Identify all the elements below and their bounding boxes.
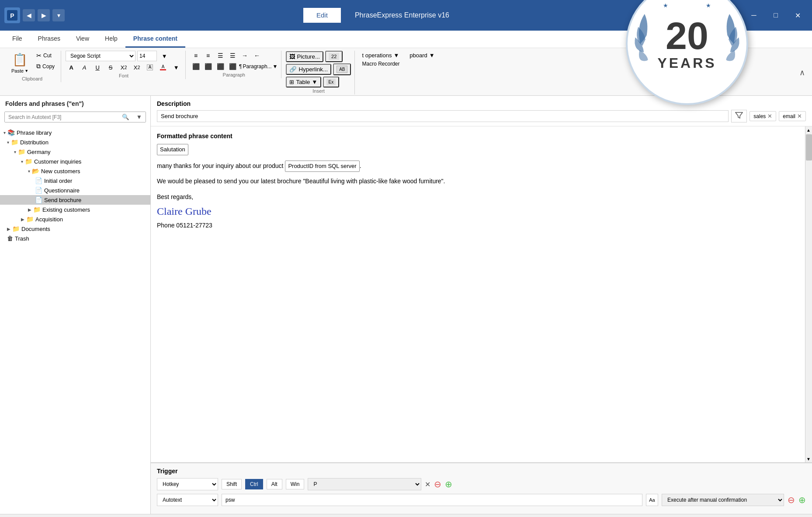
tree-item-customer-inquiries[interactable]: ▾ 📁 Customer inquiries xyxy=(0,157,150,166)
picture-button[interactable]: 🖼 Picture... xyxy=(286,51,323,62)
clipboard-label: Clipboard xyxy=(7,75,57,82)
font-color-button[interactable]: A xyxy=(157,63,169,72)
clipboard2-arrow: ▼ xyxy=(429,52,435,59)
scroll-up-button[interactable]: ▲ xyxy=(805,126,812,133)
scroll-down-button[interactable]: ▼ xyxy=(805,455,812,462)
para-row-1: ≡ ≡ ☰ ☰ → ← xyxy=(190,51,278,60)
tab-phrases[interactable]: Phrases xyxy=(30,31,68,48)
strikethrough-button[interactable]: S xyxy=(105,63,116,72)
ctrl-key[interactable]: Ctrl xyxy=(245,479,263,489)
left-panel: Folders and phrases ("en") 🔍 ▼ ▾ 📚 Phras… xyxy=(0,96,151,514)
back-button[interactable]: ◀ xyxy=(23,9,35,21)
tree-item-new-customers[interactable]: ▾ 📂 New customers xyxy=(0,166,150,176)
hotkey-key-select[interactable]: P xyxy=(308,478,421,490)
paste-button[interactable]: 📋 Paste ▼ xyxy=(7,51,33,75)
signature: Claire Grube xyxy=(157,204,212,219)
tree-item-trash[interactable]: 🗑 Trash xyxy=(0,234,150,243)
tag-sales-remove[interactable]: ✕ xyxy=(767,113,772,119)
alt-key[interactable]: Alt xyxy=(267,479,282,489)
phone: Phone 05121-27723 xyxy=(157,222,212,229)
tree-item-distribution[interactable]: ▾ 📁 Distribution xyxy=(0,137,150,147)
paste-label: Paste xyxy=(11,68,24,73)
indent-more-btn[interactable]: → xyxy=(239,51,250,60)
bold-button[interactable]: A xyxy=(66,63,77,72)
search-button[interactable]: 🔍 xyxy=(118,112,133,122)
list-btn[interactable]: ☰ xyxy=(215,51,226,60)
label-documents: Documents xyxy=(21,226,50,232)
win-key[interactable]: Win xyxy=(286,479,305,489)
align-left-btn[interactable]: ≡ xyxy=(190,51,201,60)
search-input[interactable] xyxy=(5,112,118,122)
icon-acquisition: 📁 xyxy=(26,216,34,223)
autotext-type-select[interactable]: Autotext xyxy=(157,494,218,506)
tree-item-germany[interactable]: ▾ 📁 Germany xyxy=(0,147,150,157)
trigger1-remove[interactable]: ⊖ xyxy=(434,479,441,489)
scroll-thumb[interactable] xyxy=(806,134,812,161)
trigger2-add[interactable]: ⊕ xyxy=(798,495,806,505)
paragraph-btn[interactable]: ¶ Paragraph... ▼ xyxy=(239,62,278,71)
indent-less-btn[interactable]: ← xyxy=(251,51,263,60)
tag-email-remove[interactable]: ✕ xyxy=(797,113,802,119)
match-case-button[interactable]: Aa xyxy=(646,494,658,506)
hyperlink-button[interactable]: 🔗 Hyperlink... xyxy=(286,64,331,75)
paragraph-label: Paragraph xyxy=(190,71,278,78)
tree-item-questionnaire[interactable]: 📄 Questionnaire xyxy=(0,185,150,195)
italic-button[interactable]: A xyxy=(79,63,90,72)
execute-select[interactable]: Execute after manual confirmation xyxy=(662,494,784,506)
font-name-select[interactable]: Segoe Script xyxy=(66,51,135,61)
autotext-input[interactable] xyxy=(222,494,642,506)
table-button[interactable]: ⊞ Table ▼ xyxy=(286,77,321,87)
extra2-button[interactable]: AB xyxy=(333,63,351,75)
tab-file[interactable]: File xyxy=(4,31,30,48)
font-size-dropdown[interactable]: ▼ xyxy=(159,51,170,61)
text-operations-button[interactable]: t operations ▼ xyxy=(359,51,402,60)
paragraph-icon: ¶ xyxy=(239,63,242,70)
clipboard2-button[interactable]: pboard ▼ xyxy=(407,51,437,60)
search-dropdown-button[interactable]: ▼ xyxy=(133,112,146,122)
tab-view[interactable]: View xyxy=(68,31,97,48)
extra-button[interactable]: 22 xyxy=(325,51,343,62)
align-center-btn[interactable]: ≡ xyxy=(202,51,214,60)
tree-item-initial-order[interactable]: 📄 Initial order xyxy=(0,176,150,185)
edit-tab[interactable]: Edit xyxy=(303,8,341,23)
maximize-button[interactable]: □ xyxy=(766,8,786,22)
history-button[interactable]: ▾ xyxy=(52,9,65,21)
hotkey-clear[interactable]: ✕ xyxy=(425,480,430,489)
font-row-2: A A U S X2 X2 A A ▼ xyxy=(66,63,182,72)
copy-button[interactable]: ⧉ Copy xyxy=(34,61,57,71)
shift-key[interactable]: Shift xyxy=(222,479,242,489)
font-group: Segoe Script ▼ A A U S X2 X2 A A xyxy=(62,51,186,79)
tab-phrase-content[interactable]: Phrase content xyxy=(125,31,185,48)
tree-item-send-brochure[interactable]: 📄 Send brochure xyxy=(0,195,150,205)
extra3-button[interactable]: Ex xyxy=(323,77,340,87)
content-scrollbar[interactable]: ▲ ▼ xyxy=(805,126,812,462)
justify-btn[interactable]: ⬛ xyxy=(227,62,238,71)
tree-item-phrase-library[interactable]: ▾ 📚 Phrase library xyxy=(0,128,150,137)
forward-button[interactable]: ▶ xyxy=(38,9,50,21)
line2: We would be pleased to send you our late… xyxy=(157,178,445,185)
trigger-type-select[interactable]: Hotkey xyxy=(157,478,218,490)
extra2-icon: AB xyxy=(337,66,347,73)
paragraph-group: ≡ ≡ ☰ ☰ → ← ⬛ ⬛ ⬛ ⬛ ¶ Paragraph... ▼ xyxy=(187,51,281,78)
align-left2-btn[interactable]: ⬛ xyxy=(190,62,201,71)
highlight-color-button[interactable]: A xyxy=(144,63,156,72)
insert-label: Insert xyxy=(286,87,351,94)
svg-text:★: ★ xyxy=(706,3,711,9)
close-button[interactable]: ✕ xyxy=(788,8,808,22)
underline-button[interactable]: U xyxy=(92,63,103,72)
color-dropdown[interactable]: ▼ xyxy=(170,63,182,72)
align-center2-btn[interactable]: ⬛ xyxy=(202,62,214,71)
subscript-button[interactable]: X2 xyxy=(118,63,129,72)
list-num-btn[interactable]: ☰ xyxy=(227,51,238,60)
tree-item-documents[interactable]: ▶ 📁 Documents xyxy=(0,224,150,234)
tree-item-existing-customers[interactable]: ▶ 📁 Existing customers xyxy=(0,205,150,214)
tree-item-acquisition[interactable]: ▶ 📁 Acquisition xyxy=(0,214,150,224)
trigger2-remove[interactable]: ⊖ xyxy=(788,495,795,505)
trigger1-add[interactable]: ⊕ xyxy=(445,479,452,489)
font-size-input[interactable] xyxy=(137,51,157,61)
cut-button[interactable]: ✂ Cut xyxy=(34,51,57,60)
align-right2-btn[interactable]: ⬛ xyxy=(215,62,226,71)
tab-help[interactable]: Help xyxy=(97,31,125,48)
insert-row-2: 🔗 Hyperlink... AB xyxy=(286,63,351,75)
superscript-button[interactable]: X2 xyxy=(131,63,142,72)
